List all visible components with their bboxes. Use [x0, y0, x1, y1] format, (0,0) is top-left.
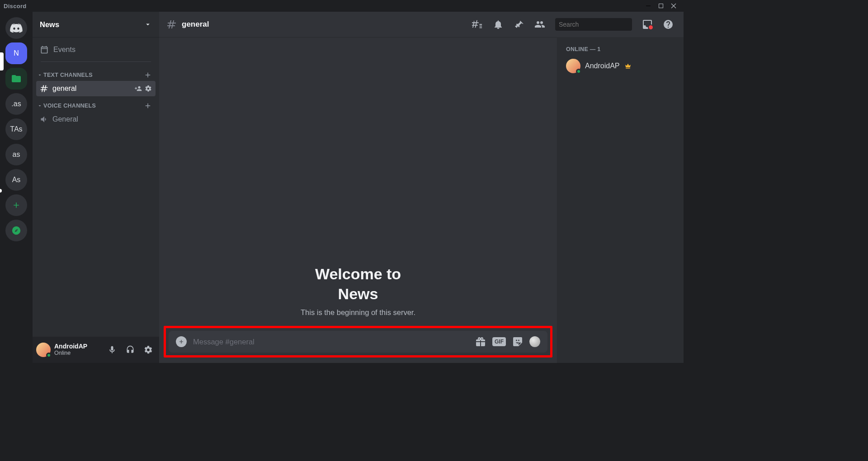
titlebar: Discord: [0, 0, 684, 12]
server-item[interactable]: .as: [5, 93, 27, 115]
category-label: VOICE CHANNELS: [43, 103, 96, 109]
svg-rect-0: [646, 6, 651, 6]
server-name: News: [40, 20, 59, 29]
chevron-down-icon: [37, 103, 42, 108]
window-minimize-button[interactable]: [642, 1, 655, 11]
welcome-title: Welcome to News: [315, 264, 401, 304]
server-initial: N: [14, 49, 19, 57]
notifications-button[interactable]: [493, 19, 504, 30]
sticker-button[interactable]: [512, 336, 523, 347]
add-server-button[interactable]: [5, 194, 27, 216]
status-online-dot: [576, 69, 581, 74]
welcome-subtitle: This is the beginning of this server.: [301, 308, 415, 317]
app-logo-text: Discord: [4, 3, 27, 9]
window-close-button[interactable]: [667, 1, 680, 11]
search-input[interactable]: [559, 21, 638, 28]
user-info[interactable]: AndroidAP Online: [54, 343, 101, 356]
channel-name: general: [52, 85, 131, 93]
gear-icon[interactable]: [145, 85, 152, 92]
status-online-dot: [46, 353, 52, 358]
welcome-line1: Welcome to: [315, 265, 401, 282]
server-item[interactable]: As: [5, 169, 27, 191]
deafen-button[interactable]: [123, 343, 137, 357]
channel-toolbar: general: [159, 12, 684, 37]
member-list: ONLINE — 1 AndroidAP: [557, 37, 684, 363]
discord-logo-icon: [10, 24, 23, 33]
plus-icon: [178, 339, 184, 345]
speaker-icon: [40, 115, 49, 124]
member-avatar: [566, 59, 580, 73]
member-list-button[interactable]: [534, 19, 545, 30]
bell-icon: [493, 19, 504, 30]
events-button[interactable]: Events: [36, 41, 156, 59]
message-input[interactable]: [193, 338, 469, 346]
calendar-icon: [40, 45, 49, 54]
server-hover-pill: [0, 189, 2, 193]
members-heading: ONLINE — 1: [562, 46, 678, 56]
search-box[interactable]: [555, 18, 632, 31]
gift-button[interactable]: [475, 336, 486, 347]
voice-channel-general[interactable]: General: [36, 112, 156, 127]
folder-icon: [11, 73, 22, 84]
welcome-block: Welcome to News This is the beginning of…: [159, 37, 557, 322]
server-item[interactable]: as: [5, 144, 27, 165]
channel-sidebar: News Events TEXT CHANNELS general: [33, 12, 159, 363]
member-row[interactable]: AndroidAP: [562, 56, 678, 76]
category-voice-channels[interactable]: VOICE CHANNELS: [36, 96, 156, 112]
events-label: Events: [53, 46, 75, 54]
server-item[interactable]: TAs: [5, 118, 27, 140]
pinned-messages-button[interactable]: [514, 19, 524, 30]
threads-button[interactable]: [472, 19, 483, 30]
message-composer[interactable]: GIF: [169, 331, 547, 353]
gear-icon: [144, 345, 153, 354]
create-channel-button[interactable]: [144, 102, 152, 110]
headphones-icon: [126, 345, 135, 354]
user-name: AndroidAP: [54, 343, 101, 350]
divider: [41, 61, 151, 62]
server-initial: TAs: [10, 125, 22, 133]
svg-rect-1: [659, 4, 663, 8]
user-settings-button[interactable]: [141, 343, 156, 357]
server-header[interactable]: News: [33, 12, 159, 37]
server-news[interactable]: N: [5, 42, 27, 64]
server-folder[interactable]: [5, 68, 27, 89]
category-text-channels[interactable]: TEXT CHANNELS: [36, 66, 156, 81]
server-initial: As: [12, 176, 21, 184]
sticker-icon: [512, 336, 523, 347]
selected-server-pill: [0, 52, 4, 71]
voice-channel-name: General: [52, 115, 152, 123]
channel-general[interactable]: general: [36, 81, 156, 96]
attach-button[interactable]: [176, 336, 187, 347]
members-icon: [534, 19, 545, 30]
gift-icon: [475, 336, 486, 347]
home-button[interactable]: [5, 17, 27, 39]
explore-servers-button[interactable]: [5, 220, 27, 241]
hash-icon: [166, 19, 177, 30]
user-panel: AndroidAP Online: [33, 337, 159, 363]
server-initial: as: [13, 151, 20, 159]
create-channel-button[interactable]: [144, 71, 152, 79]
mute-button[interactable]: [105, 343, 119, 357]
chevron-down-icon: [37, 72, 42, 78]
user-avatar[interactable]: [36, 343, 51, 357]
server-list: N .as TAs as As: [0, 12, 33, 363]
help-icon: [663, 19, 674, 30]
window-maximize-button[interactable]: [655, 1, 667, 11]
inbox-icon: [642, 19, 653, 30]
hash-icon: [40, 84, 49, 93]
compass-icon: [11, 226, 21, 235]
microphone-icon: [108, 345, 117, 354]
server-initial: .as: [11, 100, 21, 108]
help-button[interactable]: [663, 19, 674, 30]
server-owner-crown-icon: [624, 62, 632, 70]
create-invite-icon[interactable]: [135, 85, 142, 92]
user-status: Online: [54, 350, 101, 357]
highlight-annotation: GIF: [164, 326, 552, 358]
channel-title: general: [182, 20, 209, 29]
message-area: Welcome to News This is the beginning of…: [159, 37, 557, 363]
emoji-button[interactable]: [529, 336, 540, 347]
gif-button[interactable]: GIF: [492, 337, 506, 346]
category-label: TEXT CHANNELS: [43, 72, 93, 78]
plus-icon: [12, 201, 21, 210]
inbox-button[interactable]: [642, 19, 653, 30]
